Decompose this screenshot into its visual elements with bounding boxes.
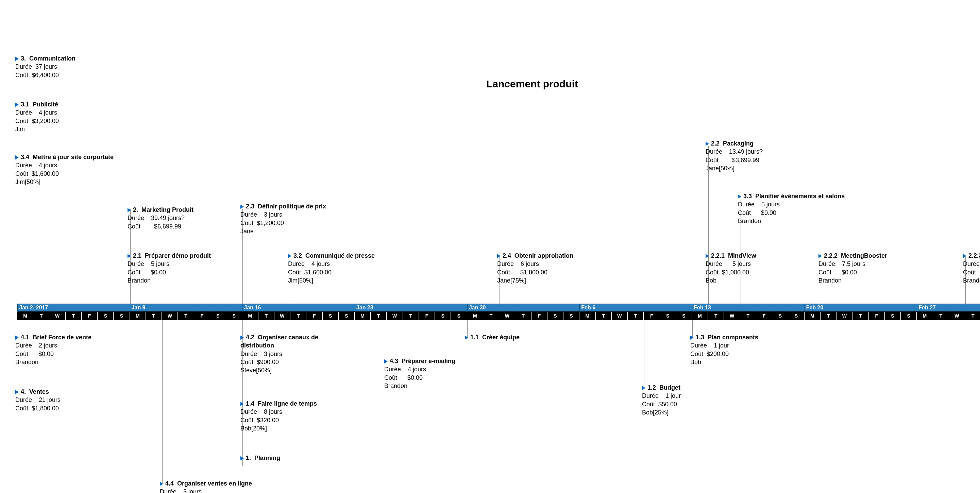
timeline-day-label: F	[306, 312, 322, 320]
timeline-day-label: S	[114, 312, 130, 320]
timeline-day-label: W	[49, 312, 65, 320]
timeline-week-label: Jan 16	[242, 304, 355, 312]
timeline-day-label: S	[547, 312, 563, 320]
timeline-day-label: W	[162, 312, 178, 320]
timeline-day-label: W	[387, 312, 402, 320]
task-marker-icon	[240, 402, 244, 406]
timeline-day-label: M	[130, 312, 146, 320]
task-card: 4.4 Organiser ventes en ligne Durée 3 jo…	[160, 479, 252, 493]
timeline-day-label: M	[579, 312, 595, 320]
task-marker-icon	[15, 336, 19, 340]
task-marker-icon	[240, 456, 244, 460]
task-marker-icon	[288, 254, 291, 258]
task-marker-icon	[240, 336, 244, 340]
timeline-day-label: S	[788, 312, 804, 320]
timeline-day-label: M	[242, 312, 258, 320]
timeline-day-label: F	[82, 312, 98, 320]
timeline-day-label: M	[355, 312, 371, 320]
task-card: 3.1 Publicité Durée 4 jours Coût $3,200.…	[15, 100, 59, 133]
timeline-day-label: T	[178, 312, 194, 320]
timeline-day-label: S	[660, 312, 676, 320]
timeline-day-label: T	[853, 312, 869, 320]
timeline-day-label: F	[194, 312, 210, 320]
timeline-day-label: F	[644, 312, 660, 320]
timeline-day-label: T	[740, 312, 756, 320]
timeline-day-label: W	[612, 312, 628, 320]
timeline-day-label: F	[756, 312, 772, 320]
timeline-day-label: M	[18, 312, 33, 320]
timeline-week-label: Feb 13	[692, 304, 805, 312]
task-card: 3.2 Communiqué de presse Durée 4 jours C…	[288, 251, 375, 285]
timeline-day-label: W	[837, 312, 853, 320]
task-marker-icon	[127, 208, 131, 212]
timeline-week-label: Feb 6	[579, 304, 692, 312]
task-card: 3.3 Planifier évènements et salons Durée…	[738, 192, 847, 225]
timeline-day-label: S	[210, 312, 226, 320]
timeline-day-label: T	[596, 312, 612, 320]
timeline-week-label: Jan 2, 2017	[18, 304, 130, 312]
task-card: 2. Marketing Produit Durée 39.49 jours? …	[127, 206, 194, 231]
timeline-day-label: T	[371, 312, 387, 320]
task-marker-icon	[240, 205, 244, 209]
leader-line	[162, 320, 162, 483]
task-marker-icon	[738, 194, 741, 199]
timeline-day-label: M	[805, 312, 821, 320]
timeline-day-label: T	[66, 312, 82, 320]
timeline-day-label: W	[274, 312, 290, 320]
task-card: 4.3 Préparer e-mailing Durée 4 jours Coû…	[384, 357, 455, 390]
timeline-day-label: T	[290, 312, 306, 320]
timeline-day-label: S	[339, 312, 355, 320]
timeline-axis: Jan 2, 2017Jan 9Jan 16Jan 23Jan 30Feb 6F…	[17, 304, 980, 320]
timeline-week-label: Jan 9	[130, 304, 242, 312]
task-marker-icon	[465, 336, 468, 340]
task-card: 1.4 Faire ligne de temps Durée 8 jours C…	[240, 399, 317, 433]
timeline-day-label: T	[965, 312, 980, 320]
timeline-day-label: T	[628, 312, 644, 320]
task-card: 2.2.2 MeetingBooster Durée 7.5 jours Coû…	[818, 251, 887, 285]
timeline-day-label: S	[98, 312, 114, 320]
timeline-day-label: T	[258, 312, 274, 320]
timeline-day-label: S	[885, 312, 901, 320]
task-card: 2.1 Préparer démo produit Durée 5 jours …	[127, 251, 211, 285]
task-card: 3.4 Mettre à jour site corportate Durée …	[15, 153, 114, 186]
task-card: 1.3 Plan composants Durée 1 jour Coût $2…	[690, 333, 758, 366]
timeline-day-label: T	[708, 312, 724, 320]
timeline-week-label: Feb 27	[917, 304, 980, 312]
task-marker-icon	[690, 336, 694, 340]
timeline-day-label: T	[403, 312, 419, 320]
timeline-day-label: S	[676, 312, 692, 320]
task-card: 2.2 Packaging Durée 13.49 jours? Coût $3…	[706, 139, 763, 172]
timeline-week-label: Jan 23	[355, 304, 467, 312]
leader-line	[387, 320, 387, 361]
timeline-day-label: S	[772, 312, 788, 320]
timeline-day-label: M	[692, 312, 708, 320]
timeline-day-label: S	[435, 312, 451, 320]
timeline-day-label: S	[563, 312, 579, 320]
timeline-day-label: S	[226, 312, 242, 320]
timeline-diagram: Lancement produit Jan 2, 2017Jan 9Jan 16…	[0, 0, 980, 493]
timeline-day-label: F	[419, 312, 435, 320]
task-card: 2.4 Obtenir approbation Durée 6 jours Co…	[497, 251, 573, 285]
task-marker-icon	[706, 254, 709, 258]
task-card: 2.2.1 MindView Durée 5 jours Coût $1,000…	[706, 251, 756, 285]
task-card: 1.2 Budget Durée 1 jour Coût $50.00 Bob[…	[642, 383, 681, 417]
timeline-day-label: W	[499, 312, 515, 320]
timeline-day-label: T	[146, 312, 162, 320]
task-marker-icon	[384, 359, 388, 363]
task-card: 1. Planning	[240, 454, 280, 462]
timeline-day-label: T	[515, 312, 531, 320]
task-card: 1.1 Créer équipe	[465, 333, 520, 341]
timeline-day-label: T	[933, 312, 949, 320]
task-marker-icon	[127, 254, 131, 258]
task-marker-icon	[160, 482, 163, 486]
timeline-week-label: Jan 30	[467, 304, 580, 312]
timeline-day-label: T	[483, 312, 499, 320]
timeline-day-label: M	[467, 312, 483, 320]
timeline-day-label: W	[949, 312, 965, 320]
timeline-day-label: S	[323, 312, 339, 320]
task-marker-icon	[15, 57, 19, 61]
timeline-week-label: Feb 20	[805, 304, 917, 312]
task-card: 4.2 Organiser canaux de distribution Dur…	[240, 333, 342, 374]
timeline-day-label: T	[821, 312, 837, 320]
timeline-days-row: MTWTFSSMTWTFSSMTWTFSSMTWTFSSMTWTFSSMTWTF…	[17, 312, 980, 320]
